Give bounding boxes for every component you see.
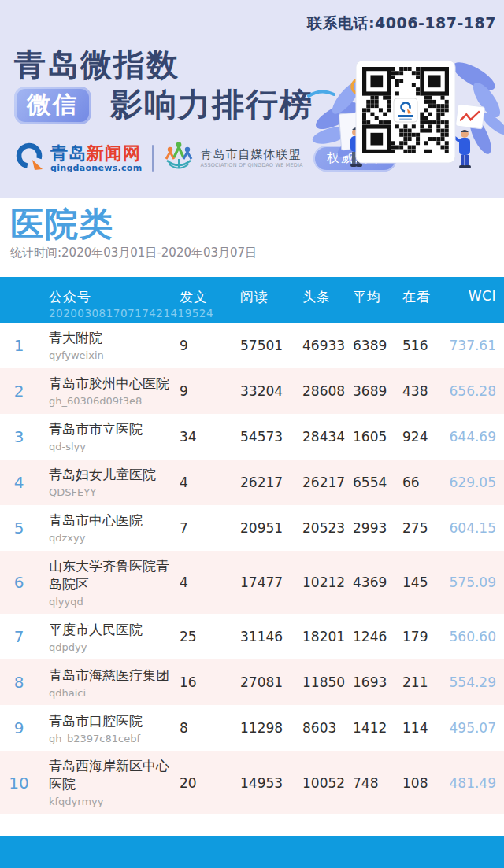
watching-value: 924 bbox=[402, 429, 449, 445]
account-name: 青岛市海慈医疗集团 bbox=[49, 667, 172, 685]
headlines-value: 28608 bbox=[302, 383, 353, 399]
hero-header: 联系电话:4006-187-187 青岛微指数 微信 影响力排行榜 青岛新闻网 … bbox=[0, 0, 504, 198]
column-wci: WCI bbox=[449, 288, 504, 304]
reads-value: 17477 bbox=[240, 574, 302, 590]
table-row: 4 青岛妇女儿童医院 QDSFEYY 4 26217 26217 6554 66… bbox=[0, 460, 504, 505]
account-id: kfqdyrmyy bbox=[49, 796, 172, 808]
watching-value: 108 bbox=[402, 775, 449, 791]
average-value: 1246 bbox=[353, 629, 402, 645]
account-name: 青大附院 bbox=[49, 329, 172, 347]
account-name: 青岛市中心医院 bbox=[49, 512, 172, 530]
we-media-union-logo: 青岛市自媒体联盟 ASSOCIATION OF QINGDAO WE MEDIA bbox=[162, 140, 302, 176]
account-id: qdzxyy bbox=[49, 532, 172, 545]
reads-value: 27081 bbox=[240, 674, 302, 690]
rank-number: 8 bbox=[0, 673, 49, 692]
wci-value: 644.69 bbox=[449, 429, 504, 445]
rank-number: 6 bbox=[0, 573, 49, 592]
account-cell: 青岛西海岸新区中心医院 kfqdyrmyy bbox=[49, 757, 180, 807]
watermark: 20200308170717421419524 bbox=[49, 307, 213, 319]
column-watching: 在看 bbox=[402, 288, 449, 306]
wci-value: 554.29 bbox=[449, 674, 504, 690]
account-cell: 青岛市胶州中心医院 gh_60306d09f3e8 bbox=[49, 375, 180, 408]
table-row: 8 青岛市海慈医疗集团 qdhaici 16 27081 11850 1693 … bbox=[0, 659, 504, 705]
posts-value: 20 bbox=[180, 775, 240, 791]
wci-value: 560.60 bbox=[449, 629, 504, 645]
account-cell: 青岛市口腔医院 gh_b2397c81cebf bbox=[49, 712, 180, 745]
account-cell: 青岛市中心医院 qdzxyy bbox=[49, 512, 180, 545]
account-id: qdpdyy bbox=[49, 641, 172, 654]
account-id: qyfyweixin bbox=[49, 349, 172, 362]
headlines-value: 28434 bbox=[302, 429, 353, 445]
qdnews-domain: qingdaonews.com bbox=[50, 164, 142, 172]
reads-value: 33204 bbox=[240, 383, 302, 399]
rank-number: 9 bbox=[0, 718, 49, 737]
account-name: 平度市人民医院 bbox=[49, 621, 172, 639]
swoosh-icon bbox=[309, 91, 334, 96]
reads-value: 20951 bbox=[240, 520, 302, 536]
rank-number: 3 bbox=[0, 427, 49, 446]
headlines-value: 10212 bbox=[302, 574, 353, 590]
category-title: 医院类 bbox=[10, 206, 493, 242]
account-id: qlyyqd bbox=[49, 596, 172, 608]
average-value: 6389 bbox=[353, 338, 402, 353]
average-value: 1605 bbox=[353, 429, 402, 445]
average-value: 3689 bbox=[353, 383, 402, 399]
reads-value: 14953 bbox=[240, 775, 302, 791]
account-name: 青岛市胶州中心医院 bbox=[49, 375, 172, 393]
ranking-poster: 联系电话:4006-187-187 青岛微指数 微信 影响力排行榜 青岛新闻网 … bbox=[0, 0, 504, 868]
union-subtitle: ASSOCIATION OF QINGDAO WE MEDIA bbox=[200, 163, 302, 168]
account-name: 山东大学齐鲁医院青岛院区 bbox=[49, 557, 172, 593]
column-reads: 阅读 bbox=[240, 288, 302, 306]
qdnews-wordmark: 青岛新闻网 qingdaonews.com bbox=[50, 145, 142, 172]
headlines-value: 10052 bbox=[302, 775, 353, 791]
posts-value: 25 bbox=[180, 629, 240, 645]
reads-value: 26217 bbox=[240, 475, 302, 490]
posts-value: 4 bbox=[180, 475, 240, 490]
account-cell: 青岛市海慈医疗集团 qdhaici bbox=[49, 667, 180, 700]
qr-illustration bbox=[307, 41, 504, 187]
average-value: 1412 bbox=[353, 720, 402, 736]
account-name: 青岛市口腔医院 bbox=[49, 712, 172, 730]
wci-value: 629.05 bbox=[449, 475, 504, 490]
posts-value: 8 bbox=[180, 720, 240, 736]
watching-value: 66 bbox=[402, 475, 449, 490]
watching-value: 275 bbox=[402, 520, 449, 536]
rank-number: 10 bbox=[0, 774, 49, 792]
table-row: 7 平度市人民医院 qdpdyy 25 31146 18201 1246 179… bbox=[0, 614, 504, 659]
table-row: 6 山东大学齐鲁医院青岛院区 qlyyqd 4 17477 10212 4369… bbox=[0, 551, 504, 614]
reads-value: 31146 bbox=[240, 629, 302, 645]
average-value: 748 bbox=[353, 775, 402, 791]
account-cell: 青岛市市立医院 qd-slyy bbox=[49, 420, 180, 453]
reads-value: 11298 bbox=[240, 720, 302, 736]
rank-number: 1 bbox=[0, 336, 49, 355]
wci-value: 495.07 bbox=[449, 720, 504, 736]
watching-value: 438 bbox=[402, 383, 449, 399]
posts-value: 4 bbox=[180, 574, 240, 590]
union-name: 青岛市自媒体联盟 bbox=[200, 148, 302, 161]
column-average: 平均 bbox=[353, 288, 402, 306]
reads-value: 57501 bbox=[240, 338, 302, 353]
account-cell: 青大附院 qyfyweixin bbox=[49, 329, 180, 362]
headlines-value: 18201 bbox=[302, 629, 353, 645]
rank-number: 4 bbox=[0, 473, 49, 492]
table-row: 3 青岛市市立医院 qd-slyy 34 54573 28434 1605 92… bbox=[0, 414, 504, 460]
watching-value: 114 bbox=[402, 720, 449, 736]
table-row: 2 青岛市胶州中心医院 gh_60306d09f3e8 9 33204 2860… bbox=[0, 368, 504, 414]
headlines-value: 11850 bbox=[302, 674, 353, 690]
table-row: 1 青大附院 qyfyweixin 9 57501 46933 6389 516… bbox=[0, 323, 504, 368]
account-id: qdhaici bbox=[49, 687, 172, 700]
posts-value: 16 bbox=[180, 674, 240, 690]
qdnews-logo: 青岛新闻网 qingdaonews.com bbox=[14, 141, 142, 175]
headlines-value: 46933 bbox=[302, 338, 353, 353]
average-value: 4369 bbox=[353, 574, 402, 590]
headlines-value: 26217 bbox=[302, 475, 353, 490]
rank-number: 7 bbox=[0, 627, 49, 646]
wci-value: 656.28 bbox=[449, 383, 504, 399]
union-figures-icon bbox=[162, 140, 195, 176]
headlines-value: 20523 bbox=[302, 520, 353, 536]
watching-value: 211 bbox=[402, 674, 449, 690]
account-cell: 平度市人民医院 qdpdyy bbox=[49, 621, 180, 654]
main-title-line1: 青岛微指数 bbox=[14, 43, 180, 87]
wci-value: 481.49 bbox=[449, 775, 504, 791]
union-wordmark: 青岛市自媒体联盟 ASSOCIATION OF QINGDAO WE MEDIA bbox=[200, 148, 302, 168]
